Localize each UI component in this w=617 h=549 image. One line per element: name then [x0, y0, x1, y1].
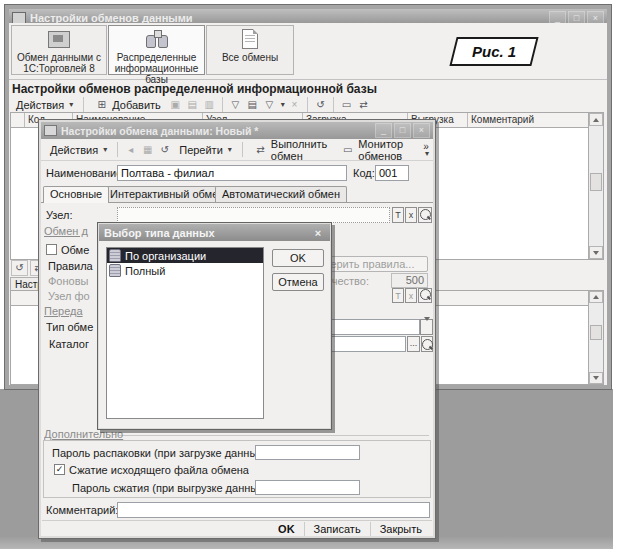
- tab-interactive-exchange[interactable]: Интерактивный обмен: [103, 186, 231, 202]
- row-selector-column: [11, 113, 25, 127]
- filter-by-value-icon[interactable]: ▽: [262, 98, 277, 112]
- clear-button[interactable]: x: [405, 288, 417, 303]
- modal-titlebar: Выбор типа данных ×: [99, 224, 330, 241]
- nav-button-label: Распределенные информационные базы: [109, 52, 204, 85]
- nav-button-distributed-bases[interactable]: Распределенные информационные базы: [108, 25, 205, 75]
- exchange-monitor-label: Монитор обменов: [358, 138, 416, 162]
- compress-label: Сжатие исходящего файла обмена: [69, 464, 249, 476]
- delete-icon[interactable]: ▥: [202, 98, 217, 112]
- dialog-footer: OK Записать Закрыть: [269, 522, 431, 536]
- modal-close-button[interactable]: ×: [311, 227, 325, 239]
- scroll-thumb[interactable]: [590, 325, 602, 340]
- screenshot-root: Настройки обменов данными _ □ × Обмен да…: [0, 0, 617, 549]
- scroll-up-button[interactable]: [589, 291, 603, 303]
- list-item-full[interactable]: Полный: [107, 263, 263, 278]
- type-select-button[interactable]: T: [392, 207, 404, 223]
- filter-icon[interactable]: ▽: [228, 98, 243, 112]
- magnifier-icon: [420, 209, 431, 220]
- chevron-down-icon[interactable]: ▾: [281, 100, 285, 109]
- code-label: Код:: [353, 167, 375, 179]
- add-button[interactable]: ⊞ Добавить: [89, 96, 166, 114]
- dialog-actions-button[interactable]: Действия ▾: [45, 142, 112, 158]
- tab-main[interactable]: Основные: [43, 186, 109, 203]
- modal-title: Выбор типа данных: [104, 227, 311, 239]
- go-to-label: Перейти: [179, 144, 223, 156]
- lookup-button[interactable]: [418, 207, 432, 223]
- exchange-settings-icon[interactable]: ⇄: [356, 98, 371, 112]
- back-icon[interactable]: ◂: [123, 143, 138, 157]
- scroll-down-button[interactable]: [589, 372, 603, 384]
- compress-checkbox[interactable]: ✓: [54, 464, 65, 475]
- clear-button[interactable]: x: [405, 207, 417, 223]
- quantity-input[interactable]: 500: [391, 273, 428, 288]
- figure-label: Рис. 1: [449, 37, 538, 66]
- column-header[interactable]: Комментарий: [468, 113, 589, 127]
- modal-ok-button[interactable]: OK: [272, 249, 324, 267]
- type-select-button[interactable]: T: [392, 288, 404, 303]
- reread-icon[interactable]: ↺: [157, 143, 172, 157]
- combo-arrow-button[interactable]: [420, 319, 433, 335]
- nav-button-label: Все обмены: [222, 52, 278, 63]
- unpack-password-input[interactable]: [255, 445, 360, 460]
- write-button[interactable]: Записать: [304, 522, 370, 536]
- footer-rule: [42, 520, 432, 521]
- monitor-icon: ▭: [340, 143, 355, 157]
- form-icon: [44, 125, 57, 136]
- run-exchange-button[interactable]: ⇄ Выполнить обмен: [248, 136, 333, 164]
- lookup-button[interactable]: [421, 336, 433, 352]
- tab-automatic-exchange[interactable]: Автоматический обмен: [215, 186, 347, 202]
- browse-button[interactable]: ...: [407, 336, 420, 352]
- save-icon[interactable]: ▦: [140, 143, 155, 157]
- add-label: Добавить: [112, 99, 161, 111]
- pack-password-label: Пароль сжатия (при выгрузке данных):: [72, 482, 270, 494]
- scroll-down-button[interactable]: [589, 246, 603, 259]
- node-input[interactable]: [117, 207, 390, 223]
- copy-icon[interactable]: ▣: [168, 98, 183, 112]
- ok-button[interactable]: OK: [269, 522, 304, 536]
- chevron-down-icon[interactable]: ▾: [425, 150, 429, 157]
- clear-filter-icon[interactable]: ×: [287, 98, 302, 112]
- passwords-group: Пароль распаковки (при загрузке данных):…: [43, 440, 431, 498]
- modal-cancel-button[interactable]: Отмена: [272, 273, 324, 291]
- run-exchange-label: Выполнить обмен: [271, 138, 328, 162]
- toolbar-separator: [307, 97, 308, 112]
- toolbar-separator: [83, 97, 84, 112]
- toolbar-separator: [222, 97, 223, 112]
- data-type-modal: Выбор типа данных × По организации Полны…: [97, 222, 332, 430]
- table-scrollbar[interactable]: [588, 113, 603, 259]
- scroll-up-button[interactable]: [589, 113, 603, 126]
- nav-button-all-exchanges[interactable]: Все обмены: [206, 25, 294, 75]
- chevron-down-icon: ▾: [103, 145, 107, 154]
- exchange-icon: ⇄: [253, 143, 268, 157]
- scroll-up-icon: [593, 295, 599, 299]
- go-to-button[interactable]: Перейти ▾: [174, 142, 237, 158]
- settings-scrollbar[interactable]: [588, 291, 603, 384]
- pack-password-input[interactable]: [255, 480, 360, 495]
- chevron-down-icon: ▾: [228, 145, 232, 154]
- section-rule: [119, 435, 429, 436]
- chevron-down-icon: [424, 317, 430, 331]
- filter-folder-icon[interactable]: ▤: [245, 98, 260, 112]
- document-icon: [242, 26, 258, 52]
- edit-icon[interactable]: ▤: [185, 98, 200, 112]
- nav-button-label: Обмен данными с 1С:Торговлей 8: [12, 52, 106, 74]
- refresh-icon[interactable]: ↺: [11, 260, 28, 276]
- actions-label: Действия: [16, 99, 64, 111]
- monitor-icon[interactable]: ▭: [339, 98, 354, 112]
- exchange-only-checkbox[interactable]: [46, 244, 57, 255]
- actions-menu-button[interactable]: Действия ▾: [11, 97, 78, 113]
- code-input[interactable]: 001: [375, 165, 409, 181]
- exchange-monitor-button[interactable]: ▭ Монитор обменов: [335, 136, 421, 164]
- scroll-thumb[interactable]: [590, 173, 602, 191]
- comment-input[interactable]: [117, 502, 430, 518]
- list-item-by-organization[interactable]: По организации: [107, 248, 263, 263]
- name-label: Наименование:: [46, 167, 125, 179]
- refresh-icon[interactable]: ↺: [313, 98, 328, 112]
- distributed-db-icon: [145, 26, 169, 52]
- picture-icon: [48, 26, 70, 52]
- nav-button-trade-exchange[interactable]: Обмен данными с 1С:Торговлей 8: [11, 25, 107, 75]
- lookup-button[interactable]: [418, 288, 432, 303]
- close-form-button[interactable]: Закрыть: [370, 522, 431, 536]
- scroll-down-icon: [593, 251, 599, 255]
- name-input[interactable]: Полтава - филиал: [117, 165, 347, 181]
